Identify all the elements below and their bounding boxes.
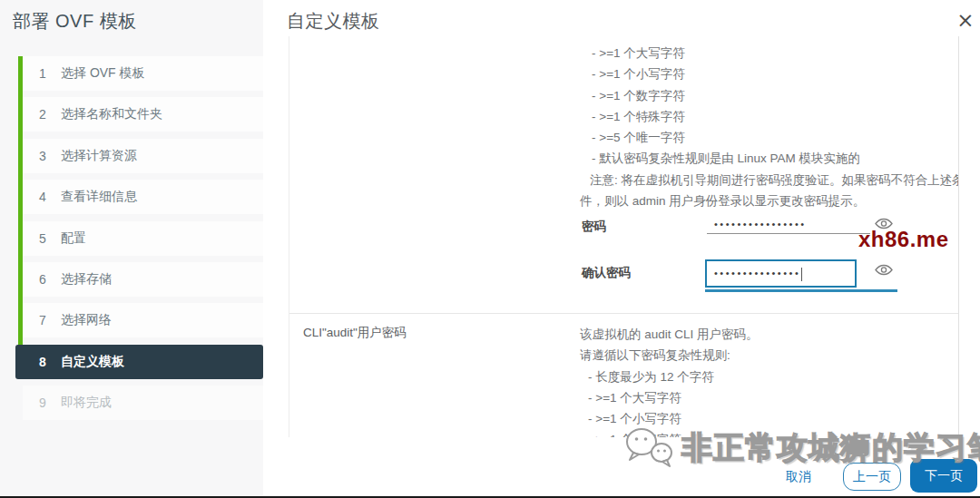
root-password-rules: - >=1 个大写字符- >=1 个小写字符- >=1 个数字字符- >=1 个… xyxy=(580,43,959,211)
sidebar-step-item[interactable]: 1 选择 OVF 模板 xyxy=(23,56,263,91)
confirm-password-underline xyxy=(705,289,897,292)
audit-password-rules: 该虚拟机的 audit CLI 用户密码。请遵循以下密码复杂性规则: - 长度最… xyxy=(580,324,759,437)
step-label: 选择计算资源 xyxy=(61,148,137,164)
text-cursor xyxy=(801,268,802,281)
desc-line: 该虚拟机的 audit CLI 用户密码。 xyxy=(580,324,759,345)
wechat-icon xyxy=(622,425,677,471)
step-number: 8 xyxy=(38,355,47,369)
step-number: 7 xyxy=(38,313,47,327)
password-masked-value: •••••••••••••••• xyxy=(707,214,870,234)
wizard-sidebar: 部署 OVF 模板 1 选择 OVF 模板 2 选择名称和文件夹 3 选择计算资… xyxy=(0,0,263,498)
rule-line: - 长度最少为 12 个字符 xyxy=(580,366,759,387)
rule-line: - >=1 个大写字符 xyxy=(580,43,959,63)
sidebar-step-item[interactable]: 4 查看详细信息 xyxy=(23,180,263,214)
step-label: 选择名称和文件夹 xyxy=(61,106,162,122)
sidebar-step-item[interactable]: 8 自定义模板 xyxy=(15,345,263,379)
password-label: 密码 xyxy=(582,219,606,235)
confirm-password-masked-value: ••••••••••••••• xyxy=(714,268,800,278)
audit-password-property-label: CLI"audit"用户密码 xyxy=(303,325,407,341)
step-label: 选择网络 xyxy=(61,312,112,328)
step-label: 选择存储 xyxy=(61,271,112,288)
password-input[interactable]: •••••••••••••••• xyxy=(707,214,870,234)
sidebar-step-item[interactable]: 5 配置 xyxy=(23,221,263,256)
confirm-password-input[interactable]: ••••••••••••••• xyxy=(705,259,857,288)
step-number: 3 xyxy=(38,149,47,163)
rule-line: - >=1 个数字字符 xyxy=(580,85,959,106)
note-line: 注意: 将在虚拟机引导期间进行密码强度验证。如果密码不符合上述条 xyxy=(580,170,959,190)
section-divider xyxy=(289,313,958,314)
step-number: 9 xyxy=(38,395,47,410)
site-watermark: xh86.me xyxy=(858,227,949,252)
step-label: 选择 OVF 模板 xyxy=(61,65,145,82)
rule-line: - >=1 个小写字符 xyxy=(580,63,959,84)
progress-bar xyxy=(18,56,23,346)
root-rule-list: - >=1 个大写字符- >=1 个小写字符- >=1 个数字字符- >=1 个… xyxy=(580,43,959,170)
sidebar-step-item[interactable]: 6 选择存储 xyxy=(23,262,263,297)
sidebar-step-item[interactable]: 2 选择名称和文件夹 xyxy=(23,97,263,132)
step-number: 6 xyxy=(38,272,47,287)
rule-line: - >=5 个唯一字符 xyxy=(580,127,959,148)
show-confirm-password-icon[interactable] xyxy=(875,263,893,277)
step-number: 4 xyxy=(38,190,47,204)
wizard-steps: 1 选择 OVF 模板 2 选择名称和文件夹 3 选择计算资源 4 查看详细信息 xyxy=(18,56,263,427)
page-title: 自定义模板 xyxy=(287,9,380,34)
rule-line: - >=1 个特殊字符 xyxy=(580,106,959,127)
step-number: 5 xyxy=(38,231,47,246)
sidebar-step-item[interactable]: 7 选择网络 xyxy=(23,303,263,337)
step-label: 配置 xyxy=(61,230,86,247)
close-icon[interactable]: × xyxy=(953,7,978,33)
step-number: 1 xyxy=(38,66,47,81)
blog-watermark: 非正常攻城狮的学习笔记 xyxy=(622,425,980,471)
step-number: 2 xyxy=(38,107,47,122)
desc-line: 请遵循以下密码复杂性规则: xyxy=(580,345,759,366)
sidebar-step-item[interactable]: 3 选择计算资源 xyxy=(23,139,263,173)
confirm-password-label: 确认密码 xyxy=(582,265,631,281)
audit-desc-list: 该虚拟机的 audit CLI 用户密码。请遵循以下密码复杂性规则: xyxy=(580,324,759,366)
step-label: 自定义模板 xyxy=(61,354,124,370)
note-line: 件，则以 admin 用户身份登录以显示更改密码提示。 xyxy=(580,190,959,211)
rule-line: - >=1 个大写字符 xyxy=(580,387,759,408)
sidebar-step-item[interactable]: 9 即将完成 xyxy=(23,386,263,420)
step-list: 1 选择 OVF 模板 2 选择名称和文件夹 3 选择计算资源 4 查看详细信息 xyxy=(18,56,263,420)
dialog-title: 部署 OVF 模板 xyxy=(13,9,137,34)
blog-watermark-text: 非正常攻城狮的学习笔记 xyxy=(681,427,980,469)
step-label: 即将完成 xyxy=(61,395,112,411)
step-label: 查看详细信息 xyxy=(61,189,137,205)
rule-line: - 默认密码复杂性规则是由 Linux PAM 模块实施的 xyxy=(580,148,959,169)
cancel-button[interactable]: 取消 xyxy=(786,469,811,485)
